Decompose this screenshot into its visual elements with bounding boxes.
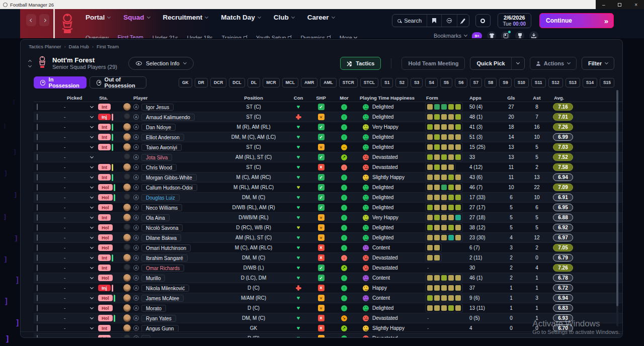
position-chip-gk[interactable]: GK (179, 78, 192, 88)
inbox-badge[interactable]: 9+ (472, 32, 482, 39)
table-row[interactable]: - A Jota Silva AM (RL), ST (C) ♥ ✓ ↗ Dev… (34, 152, 622, 162)
player-name[interactable]: Omar Richards (141, 265, 184, 272)
table-row[interactable]: - Hol A Callum Hudson-Odoi M (RL), AM (R… (34, 183, 622, 193)
minimize-button[interactable]: – (602, 2, 605, 8)
picked-dropdown[interactable]: - (51, 205, 98, 210)
row-checkbox[interactable] (37, 114, 38, 120)
col-apps[interactable]: Apps (468, 95, 499, 101)
table-row[interactable]: - Hol A Neco Williams D/WB (RL), AM (R) … (34, 203, 622, 213)
close-button[interactable]: × (634, 2, 637, 8)
position-chip-s5[interactable]: S5 (440, 78, 452, 88)
table-row[interactable]: - Inj A Arnaud Kalimuendo ST (C) v ↑ Del… (34, 112, 622, 122)
player-name[interactable]: Omari Hutchinson (141, 244, 191, 251)
row-checkbox[interactable] (37, 275, 38, 281)
row-checkbox[interactable] (37, 164, 38, 170)
player-name[interactable]: Chris Wood (141, 164, 177, 171)
player-name[interactable]: Arnaud Kalimuendo (141, 114, 195, 121)
player-name[interactable]: Jota Silva (141, 154, 172, 161)
table-row[interactable]: - Hol A James McAtee M/AM (RC) ♥ v ↑ Con… (34, 293, 622, 303)
picked-dropdown[interactable]: - (51, 124, 98, 130)
row-checkbox[interactable] (37, 234, 38, 241)
position-chip-s8[interactable]: S8 (485, 78, 497, 88)
player-name[interactable]: Morato (141, 305, 166, 312)
row-checkbox[interactable] (37, 124, 38, 130)
col-sta[interactable]: Sta. (98, 95, 121, 101)
position-chip-mcl[interactable]: MCL (282, 78, 298, 88)
picked-dropdown[interactable]: - (51, 315, 98, 321)
table-row[interactable]: - Hol A Morato D (C) ♥ v ↑ Delighted 13 … (34, 303, 622, 313)
row-checkbox[interactable] (37, 315, 38, 321)
nav-item-recruitment[interactable]: Recruitment (163, 14, 208, 21)
competition-button[interactable] (515, 31, 524, 38)
position-chip-s1[interactable]: S1 (381, 78, 393, 88)
collapse-down-icon[interactable] (28, 63, 32, 67)
table-row[interactable]: - Hol A Ryan Yates DM, M (C) ♥ × ↘ Devas… (34, 313, 622, 323)
table-row[interactable]: - Int A Dan Ndoye M (R), AM (RL) ♥ ✓ ↑ V… (34, 122, 622, 132)
col-mor[interactable]: Mor (333, 95, 356, 101)
picked-dropdown[interactable]: - (51, 285, 98, 291)
row-checkbox[interactable] (37, 325, 38, 331)
picked-dropdown[interactable]: - (51, 235, 98, 240)
picked-dropdown[interactable]: - (51, 114, 98, 120)
actions-dropdown[interactable]: Actions (530, 57, 577, 70)
player-name[interactable]: Ryan Yates (141, 315, 176, 322)
player-name[interactable]: Nicolò Savona (141, 224, 183, 231)
position-chip-s11[interactable]: S11 (531, 78, 546, 88)
player-name[interactable]: Igor Jesus (141, 104, 174, 111)
edit-button[interactable] (457, 15, 469, 27)
picked-dropdown[interactable]: - (51, 245, 98, 250)
bookmarks-dropdown[interactable]: Bookmarks (434, 33, 467, 38)
tactics-button[interactable]: Tactics (340, 57, 381, 70)
position-chip-s3[interactable]: S3 (411, 78, 423, 88)
position-chip-s10[interactable]: S10 (514, 78, 529, 88)
picked-dropdown[interactable]: - (51, 225, 98, 230)
nav-item-club[interactable]: Club (274, 14, 294, 21)
picked-dropdown[interactable]: - (51, 325, 98, 331)
row-checkbox[interactable] (37, 244, 38, 251)
col-happiness[interactable]: Playing Time Happiness (356, 95, 422, 101)
table-row[interactable]: - Hol A Omari Hutchinson M (C), AM (RLC)… (34, 243, 622, 253)
col-picked[interactable]: Picked (51, 95, 98, 101)
table-row[interactable]: - Inj A Nikola Milenković D (C) × ↑ Happ… (34, 283, 622, 293)
row-checkbox[interactable] (37, 295, 38, 301)
subnav-item-training[interactable]: Training (222, 35, 247, 38)
breadcrumb-item[interactable]: Data Hub (69, 44, 89, 49)
back-button[interactable] (26, 14, 36, 26)
player-name[interactable]: Morgan Gibbs-White (141, 174, 197, 181)
picked-dropdown[interactable]: - (51, 305, 98, 311)
position-chip-s6[interactable]: S6 (455, 78, 467, 88)
row-checkbox[interactable] (37, 104, 38, 110)
row-checkbox[interactable] (37, 214, 38, 221)
position-chip-s14[interactable]: S14 (583, 78, 597, 88)
quick-pick-button[interactable]: Quick Pick (470, 57, 524, 70)
row-checkbox[interactable] (37, 174, 38, 181)
player-name[interactable]: Taiwo Awoniyi (141, 144, 182, 151)
picked-dropdown[interactable]: - (51, 144, 98, 150)
picked-dropdown[interactable]: - (51, 134, 98, 140)
position-chip-dl[interactable]: DL (248, 78, 260, 88)
row-checkbox[interactable] (37, 154, 38, 160)
subnav-item-first-team[interactable]: First Team (118, 34, 143, 38)
news-card-button[interactable] (501, 31, 510, 38)
picked-dropdown[interactable]: - (51, 175, 98, 180)
row-checkbox[interactable] (37, 144, 38, 150)
hold-team-meeting-button[interactable]: Hold Team Meeting (401, 57, 465, 70)
picked-dropdown[interactable]: - (51, 195, 98, 200)
selection-info-dropdown[interactable]: Selection Info (128, 57, 194, 70)
picked-dropdown[interactable]: - (51, 275, 98, 281)
table-row[interactable]: - Int A Igor Jesus ST (C) ♥ ✓ ↑ Delighte… (34, 102, 622, 112)
squad-shirt-button[interactable] (487, 31, 496, 38)
player-name[interactable]: Douglas Luiz (141, 194, 180, 201)
nav-item-portal[interactable]: Portal (86, 14, 110, 21)
col-gls[interactable]: Gls (499, 95, 524, 101)
row-checkbox[interactable] (37, 184, 38, 191)
player-name[interactable]: Murillo (141, 275, 165, 282)
picked-dropdown[interactable]: - (51, 154, 98, 160)
nav-item-match-day[interactable]: Match Day (221, 14, 261, 21)
row-checkbox[interactable] (37, 305, 38, 311)
picked-dropdown[interactable]: - (51, 265, 98, 271)
breadcrumb-item[interactable]: Tactics Planner (29, 44, 61, 49)
position-chip-s7[interactable]: S7 (470, 78, 482, 88)
position-chip-mcr[interactable]: MCR (263, 78, 279, 88)
table-row[interactable]: - Int A Morgan Gibbs-White M (C), AM (RC… (34, 172, 622, 183)
